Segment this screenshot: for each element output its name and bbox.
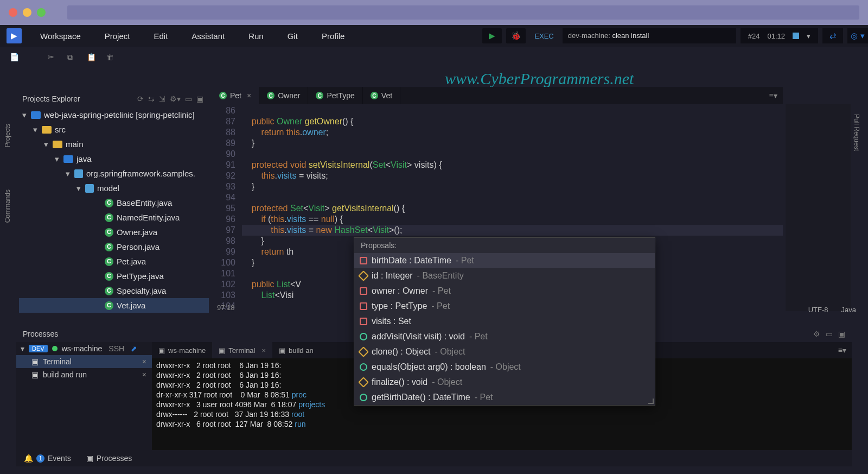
proposal-item[interactable]: birthDate : DateTime - Pet — [354, 253, 655, 268]
editor-tab-pettype[interactable]: CPetType — [308, 87, 362, 104]
side-tab-projects[interactable]: Projects — [0, 114, 15, 157]
cut-icon[interactable]: ✂ — [48, 53, 60, 65]
proposal-kind-icon — [360, 394, 367, 401]
maximize-panel-icon[interactable]: ▣ — [196, 94, 203, 103]
editor-tab-owner[interactable]: COwner — [259, 87, 308, 104]
proposal-item[interactable]: owner : Owner - Pet — [354, 283, 655, 299]
proposal-item[interactable]: finalize() : void - Object — [354, 375, 655, 390]
refresh-icon[interactable]: ⟳ — [137, 94, 144, 103]
gear-icon[interactable]: ⚙ — [813, 330, 820, 338]
process-item[interactable]: ▣Terminal× — [16, 355, 152, 368]
proposal-kind-icon — [360, 333, 367, 340]
tree-item[interactable]: CPetType.java — [19, 269, 209, 283]
close-icon[interactable]: × — [142, 370, 146, 379]
menu-project[interactable]: Project — [93, 31, 142, 41]
menu-bar: ▶ WorkspaceProjectEditAssistantRunGitPro… — [0, 25, 868, 47]
remote-button[interactable]: ⇄ — [822, 28, 843, 43]
menu-edit[interactable]: Edit — [142, 31, 180, 41]
chevron-down-icon[interactable]: ▾ — [807, 32, 810, 40]
proposal-item[interactable]: visits : Set — [354, 314, 655, 329]
delete-icon[interactable]: 🗑 — [106, 53, 118, 65]
close-window-button[interactable] — [9, 8, 17, 17]
maximize-window-button[interactable] — [37, 8, 46, 17]
tree-item[interactable]: ▾src — [19, 122, 209, 137]
dev-badge: DEV — [29, 345, 48, 352]
proposal-item[interactable]: equals(Object arg0) : boolean - Object — [354, 359, 655, 375]
copy-icon[interactable]: ⧉ — [67, 53, 79, 65]
collapse-icon[interactable]: ⇆ — [148, 94, 155, 103]
proposal-item[interactable]: type : PetType - Pet — [354, 299, 655, 314]
link-icon[interactable]: ⇲ — [159, 94, 165, 103]
gear-icon[interactable]: ⚙▾ — [170, 94, 181, 103]
side-tab-pull-request[interactable]: Pull Request — [853, 114, 868, 153]
proposal-item[interactable]: clone() : Object - Object — [354, 344, 655, 359]
tree-item[interactable]: ▾web-java-spring-petclinic [spring-petcl… — [19, 108, 209, 122]
close-icon[interactable]: × — [142, 357, 146, 366]
stop-icon[interactable] — [793, 33, 799, 39]
close-tab-icon[interactable]: × — [247, 91, 251, 100]
terminal-tab[interactable]: ▣build an — [272, 342, 320, 358]
terminal-icon: ▣ — [219, 346, 225, 355]
tab-list-button[interactable]: ≡▾ — [763, 87, 783, 104]
terminal-tab[interactable]: ▣Terminal× — [212, 342, 272, 358]
menu-profile[interactable]: Profile — [310, 31, 357, 41]
tree-item[interactable]: COwner.java — [19, 225, 209, 239]
proposals-title: Proposals: — [354, 238, 655, 253]
proposal-kind-icon — [360, 302, 367, 310]
menu-assistant[interactable]: Assistant — [180, 31, 237, 41]
proposal-item[interactable]: getBirthDate() : DateTime - Pet — [354, 390, 655, 405]
minimize-window-button[interactable] — [23, 8, 31, 17]
run-button[interactable]: ▶ — [482, 28, 502, 43]
tree-item[interactable]: ▾java — [19, 151, 209, 166]
proposal-item[interactable]: id : Integer - BaseEntity — [354, 268, 655, 283]
terminal-tab[interactable]: ▣ws-machine — [152, 342, 212, 358]
proposal-kind-icon — [358, 270, 369, 281]
menu-git[interactable]: Git — [276, 31, 310, 41]
line-gutter: 8687888990919293949596979899100101102103… — [212, 104, 242, 314]
settings-button[interactable]: ◎ ▾ — [847, 28, 868, 43]
tree-item[interactable]: CBaseEntity.java — [19, 195, 209, 210]
maximize-panel-icon[interactable]: ▣ — [838, 330, 845, 338]
debug-button[interactable]: 🐞 — [506, 28, 526, 43]
proposal-kind-icon — [360, 257, 367, 264]
minimize-panel-icon[interactable]: ▭ — [826, 330, 833, 338]
tree-item[interactable]: CNamedEntity.java — [19, 210, 209, 225]
proposal-kind-icon — [360, 363, 367, 371]
tree-item[interactable]: CPerson.java — [19, 239, 209, 254]
run-status[interactable]: #24 01:12 ▾ — [741, 28, 818, 43]
paste-icon[interactable]: 📋 — [87, 53, 99, 65]
tree-item[interactable]: CSpecialty.java — [19, 283, 209, 298]
side-tab-commands[interactable]: Commands — [0, 179, 15, 233]
editor-tab-pet[interactable]: CPet× — [212, 87, 259, 104]
tree-item[interactable]: ▾main — [19, 137, 209, 151]
terminal-icon: ▣ — [158, 346, 165, 355]
tree-item[interactable]: ▾org.springframework.samples. — [19, 166, 209, 181]
process-item[interactable]: ▣build and run× — [16, 368, 152, 381]
terminal-tab-menu[interactable]: ≡▾ — [833, 346, 852, 355]
menu-workspace[interactable]: Workspace — [28, 31, 93, 41]
minimize-panel-icon[interactable]: ▭ — [185, 94, 192, 103]
processes-tab[interactable]: ▣ Processes — [86, 454, 132, 463]
editor-tab-vet[interactable]: CVet — [363, 87, 400, 104]
resize-handle[interactable] — [648, 399, 654, 404]
menu-toggle-button[interactable]: ▶ — [7, 28, 22, 43]
tree-item[interactable]: CVet.java — [19, 298, 209, 313]
tree-item[interactable]: CPet.java — [19, 254, 209, 269]
minimap[interactable] — [786, 104, 851, 311]
machine-row[interactable]: ▾ DEV ws-machine SSH ⬈ — [16, 342, 152, 355]
cursor-position: 97:18 — [212, 301, 240, 314]
encoding-info: UTF-8Java — [808, 306, 856, 314]
tree-item[interactable]: ▾model — [19, 181, 209, 195]
ssh-icon[interactable]: ⬈ — [131, 344, 137, 353]
url-bar[interactable] — [67, 5, 859, 20]
menu-run[interactable]: Run — [237, 31, 276, 41]
proposal-kind-icon — [360, 318, 367, 325]
events-tab[interactable]: 🔔 1 Events — [24, 454, 71, 463]
proposal-kind-icon — [358, 377, 369, 388]
close-icon[interactable]: × — [261, 346, 266, 355]
exec-command-input[interactable]: dev-machine: clean install — [563, 28, 736, 43]
proposal-item[interactable]: addVisit(Visit visit) : void - Pet — [354, 329, 655, 344]
editor-tabs: CPet×COwnerCPetTypeCVet≡▾ — [212, 87, 783, 104]
new-file-icon[interactable]: 📄 — [10, 53, 22, 65]
status-dot-icon — [52, 346, 58, 351]
